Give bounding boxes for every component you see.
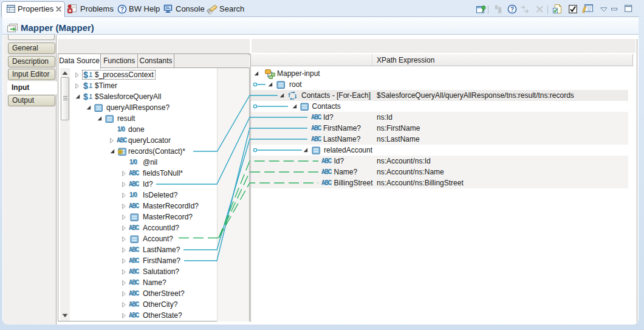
svg-text:?: ? [510,6,514,13]
svg-text:?: ? [120,6,124,13]
